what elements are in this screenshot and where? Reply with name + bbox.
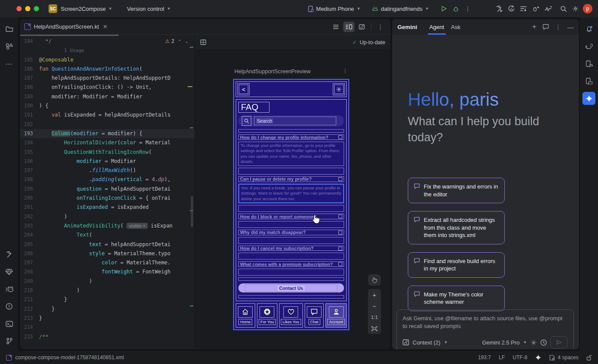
code-line[interactable]: 207 color = MaterialTheme. xyxy=(20,258,195,267)
preview-options-kebab[interactable]: ⋮ xyxy=(342,68,348,74)
more-tool-windows-icon[interactable]: ⋯ xyxy=(3,57,16,70)
editor-tab[interactable]: HelpAndSupportScreen.kt ✕ xyxy=(20,19,112,35)
faq-question[interactable]: What comes with a premium subscription? xyxy=(238,261,344,267)
code-line[interactable]: 213} xyxy=(20,314,195,323)
faq-question[interactable]: How do I change my profile information? xyxy=(238,134,344,140)
close-tab-icon[interactable]: ✕ xyxy=(103,23,107,30)
code-line[interactable]: 204 Text( xyxy=(20,231,195,240)
split-view-button[interactable] xyxy=(343,22,354,32)
line-ending[interactable]: LF xyxy=(499,354,505,361)
zoom-to-fit-button[interactable] xyxy=(368,323,381,334)
caret-position[interactable]: 193:7 xyxy=(478,354,491,361)
device-selector[interactable]: Medium Phone ▼ xyxy=(305,4,364,14)
model-selector[interactable]: Gemini 2.5 Pro xyxy=(482,339,520,346)
code-line[interactable]: 210 ) xyxy=(20,286,195,295)
new-chat-icon[interactable]: + xyxy=(532,23,536,31)
tab-agent[interactable]: Agent xyxy=(426,19,448,35)
gemini-tool-icon[interactable] xyxy=(582,92,595,105)
wf-back-button[interactable]: < xyxy=(237,83,250,95)
apply-changes-button[interactable]: A xyxy=(505,3,517,15)
vcs-widget[interactable]: Version control ▼ xyxy=(124,4,174,14)
code-line[interactable]: 196 modifier = Modifier xyxy=(20,157,195,166)
minimize-window-button[interactable] xyxy=(25,6,30,11)
code-line[interactable]: 190) { xyxy=(20,101,195,110)
profiler-button[interactable] xyxy=(542,3,554,15)
indent-config[interactable]: 4 spaces xyxy=(549,354,578,361)
chip-resolve-build-errors[interactable]: Find and resolve build errors in my proj… xyxy=(408,252,505,278)
tab-ask[interactable]: Ask xyxy=(448,19,464,35)
code-line[interactable]: 198 .padding(vertical = 4.dp), xyxy=(20,175,195,184)
contact-us-button[interactable]: Contact Us xyxy=(238,283,344,292)
code-line[interactable]: 201 isExpanded = isExpanded xyxy=(20,203,195,212)
faq-question[interactable]: How do I cancel my subscription? xyxy=(238,246,344,251)
build-tool-icon[interactable] xyxy=(3,248,16,261)
unlock-icon[interactable] xyxy=(586,354,592,361)
expand-icon[interactable] xyxy=(338,135,342,139)
code-line[interactable]: 186fun QuestionAndAnswerInfoSection( xyxy=(20,65,195,74)
prompt-settings-icon[interactable] xyxy=(530,339,537,346)
preview-sync-status[interactable]: ✓ Up-to-date xyxy=(352,39,385,46)
expand-icon[interactable] xyxy=(338,247,342,250)
code-line[interactable]: 191 val isExpanded = helpAndSupportDetai… xyxy=(20,110,195,120)
nav-likes-you[interactable]: Likes You xyxy=(279,303,303,328)
code-line[interactable]: 197 .fillMaxWidth() xyxy=(20,166,195,175)
preview-title[interactable]: HelpAndSupportScreenPreview xyxy=(234,68,311,75)
code-view-button[interactable] xyxy=(330,22,341,32)
terminal-tool-icon[interactable] xyxy=(3,317,16,330)
expand-icon[interactable] xyxy=(338,262,342,266)
more-run-options-kebab[interactable]: ⋮ xyxy=(462,3,474,15)
send-prompt-button[interactable] xyxy=(550,336,568,348)
chip-fix-warnings[interactable]: Fix the warnings and errors in the edito… xyxy=(408,178,505,203)
inspection-widget[interactable]: ⚠ 2 ⌃ ⌄ xyxy=(165,38,188,44)
wf-search-bar[interactable]: Search xyxy=(238,115,344,127)
zoom-out-button[interactable]: − xyxy=(368,300,381,312)
horizontal-scrollbar[interactable] xyxy=(20,35,119,36)
zoom-actual-size-button[interactable]: 1:1 xyxy=(368,312,381,323)
user-avatar[interactable]: p xyxy=(582,3,594,15)
code-line[interactable]: 215/** xyxy=(20,332,195,341)
device-manager-icon[interactable] xyxy=(582,57,595,70)
gradle-icon[interactable] xyxy=(582,40,595,53)
project-tool-icon[interactable] xyxy=(3,23,16,36)
chip-extract-strings[interactable]: Extract all hardcoded strings from this … xyxy=(408,211,505,244)
editor-scrollbar-stripe[interactable] xyxy=(190,35,193,349)
code-line[interactable]: 211 } xyxy=(20,295,195,304)
preview-grid-view-icon[interactable] xyxy=(200,39,207,46)
wf-settings-button[interactable] xyxy=(333,83,345,95)
expand-icon[interactable] xyxy=(338,214,342,218)
phone-preview[interactable]: < FAQ xyxy=(233,79,349,330)
chip-theme-warmer[interactable]: Make my Theme's color scheme warmer xyxy=(408,286,505,311)
search-everywhere-button[interactable] xyxy=(557,3,569,15)
context-selector[interactable]: Context (2) xyxy=(413,339,440,346)
resource-manager-icon[interactable] xyxy=(3,40,16,53)
status-file-name[interactable]: compose-compose-model-1758748140651.xml xyxy=(15,354,124,361)
problems-tool-icon[interactable] xyxy=(3,300,16,313)
prompt-history-icon[interactable] xyxy=(540,339,547,346)
code-line[interactable]: 199 question = helpAndSupportDetai xyxy=(20,185,195,194)
vertical-scrollbar[interactable] xyxy=(191,196,193,227)
chat-history-icon[interactable] xyxy=(543,24,549,30)
nav-account[interactable]: Account xyxy=(325,303,347,328)
hide-panel-icon[interactable]: — xyxy=(567,23,574,31)
code-line[interactable]: 185@Composable xyxy=(20,55,195,65)
logcat-tool-icon[interactable] xyxy=(3,283,16,296)
app-quality-insights-icon[interactable] xyxy=(3,265,16,278)
code-line[interactable]: 1 Usage xyxy=(20,46,195,55)
maximize-window-button[interactable] xyxy=(34,6,39,11)
code-line[interactable]: 203 AnimatedVisibility( visible = isExpa… xyxy=(20,221,195,231)
code-line[interactable]: 200 onTrailingIconClick = { onTrai xyxy=(20,194,195,203)
design-view-button[interactable] xyxy=(356,22,367,32)
gemini-status-icon[interactable] xyxy=(535,354,541,361)
editor-options-kebab[interactable]: ⋮ xyxy=(375,22,386,32)
faq-question[interactable]: How do I block or report someone? xyxy=(238,214,344,219)
version-control-tool-icon[interactable] xyxy=(3,335,16,348)
settings-button[interactable] xyxy=(569,3,582,15)
code-line[interactable]: 187 helpAndSupportDetails: HelpAndSuppor… xyxy=(20,74,195,83)
code-line[interactable]: 206 style = MaterialTheme.typo xyxy=(20,249,195,258)
run-configuration-selector[interactable]: datingandfriends ▼ xyxy=(368,4,432,14)
running-devices-icon[interactable] xyxy=(582,75,595,88)
gemini-prompt-input[interactable]: Ask Gemini, use @filename to attach sour… xyxy=(396,309,574,349)
attach-image-icon[interactable] xyxy=(403,339,409,345)
project-selector[interactable]: Screen2Compose ▼ xyxy=(57,4,116,14)
run-button[interactable] xyxy=(438,3,450,15)
